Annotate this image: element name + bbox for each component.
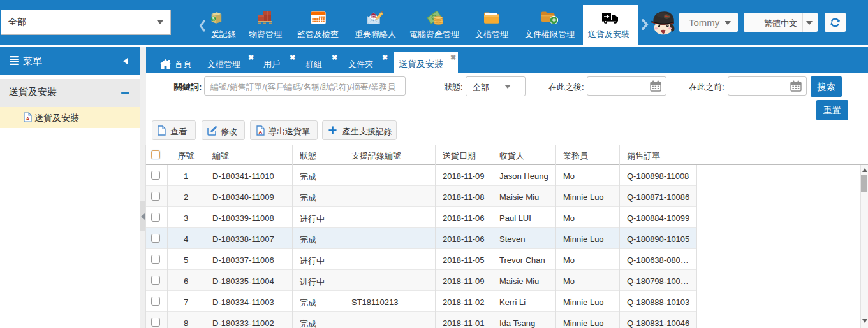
svg-text:A: A	[259, 129, 263, 135]
svg-text:$: $	[212, 16, 215, 22]
svg-text:A: A	[26, 116, 30, 122]
svg-text:@: @	[371, 13, 376, 19]
